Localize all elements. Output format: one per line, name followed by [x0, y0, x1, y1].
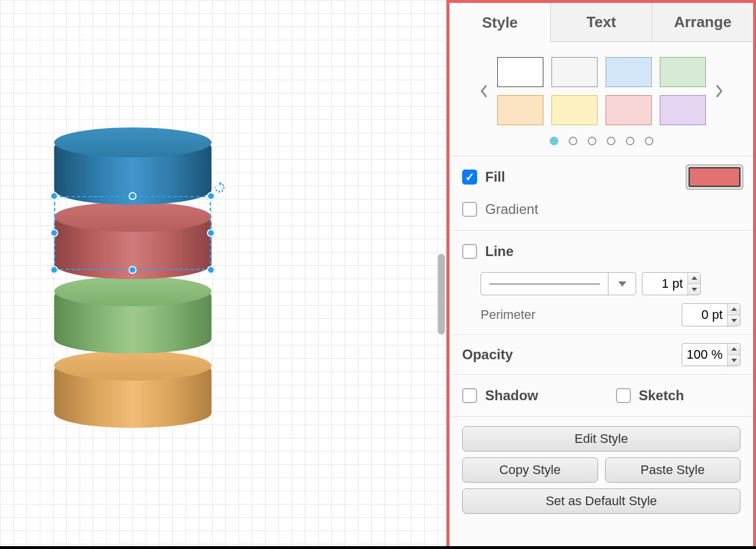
- perimeter-step-up[interactable]: [727, 304, 740, 315]
- line-style-select[interactable]: [481, 272, 636, 295]
- line-checkbox[interactable]: [462, 244, 477, 259]
- line-label: Line: [485, 243, 513, 260]
- perimeter-input[interactable]: [682, 307, 727, 322]
- canvas-area[interactable]: [0, 0, 447, 549]
- fill-section: Fill Gradient: [449, 156, 753, 231]
- rotate-handle[interactable]: [213, 181, 226, 194]
- tab-style[interactable]: Style: [449, 3, 551, 42]
- gradient-checkbox[interactable]: [462, 202, 477, 217]
- selection-rect: [54, 196, 211, 270]
- presets-next-button[interactable]: [713, 84, 725, 98]
- preset-swatch[interactable]: [660, 95, 706, 125]
- fill-label: Fill: [485, 169, 505, 185]
- style-buttons-section: Edit Style Copy Style Paste Style Set as…: [449, 417, 753, 523]
- cylinder-shape-orange[interactable]: [54, 356, 211, 428]
- pager-dot[interactable]: [550, 137, 558, 145]
- preset-swatch[interactable]: [497, 57, 543, 87]
- paste-style-button[interactable]: Paste Style: [605, 457, 741, 483]
- pager-dot[interactable]: [569, 137, 577, 145]
- opacity-section: Opacity: [449, 335, 753, 375]
- tab-arrange[interactable]: Arrange: [652, 3, 753, 42]
- edit-style-button[interactable]: Edit Style: [462, 426, 740, 452]
- perimeter-field[interactable]: [682, 303, 740, 326]
- chevron-right-icon: [715, 84, 724, 98]
- preset-swatch[interactable]: [551, 95, 598, 125]
- chevron-left-icon: [479, 84, 489, 98]
- line-width-field[interactable]: [642, 272, 701, 295]
- sketch-label: Sketch: [639, 388, 685, 404]
- resize-handle-s[interactable]: [128, 266, 137, 274]
- sketch-checkbox[interactable]: [616, 388, 631, 403]
- resize-handle-sw[interactable]: [50, 266, 58, 274]
- line-width-step-up[interactable]: [687, 273, 700, 284]
- fill-checkbox[interactable]: [462, 170, 477, 185]
- perimeter-step-down[interactable]: [727, 315, 740, 326]
- line-style-dropdown-icon: [608, 273, 636, 295]
- pager-dot[interactable]: [645, 137, 653, 145]
- opacity-step-up[interactable]: [727, 344, 740, 355]
- line-section: Line Perimeter: [449, 231, 753, 335]
- shadow-label: Shadow: [485, 388, 538, 404]
- fill-color-swatch[interactable]: [689, 167, 740, 187]
- style-presets-section: [449, 42, 753, 156]
- shadow-sketch-section: Shadow Sketch: [449, 375, 753, 417]
- presets-prev-button[interactable]: [478, 84, 490, 98]
- opacity-field[interactable]: [682, 343, 740, 366]
- resize-handle-nw[interactable]: [50, 192, 58, 200]
- perimeter-label: Perimeter: [481, 307, 676, 322]
- opacity-label: Opacity: [462, 347, 682, 363]
- pager-dot[interactable]: [626, 137, 634, 145]
- tab-text[interactable]: Text: [551, 3, 652, 42]
- resize-handle-se[interactable]: [207, 266, 215, 274]
- bottom-bar: [0, 546, 756, 549]
- resize-handle-e[interactable]: [207, 229, 215, 237]
- panel-tabs: Style Text Arrange: [449, 3, 753, 42]
- resize-handle-w[interactable]: [50, 229, 58, 237]
- opacity-input[interactable]: [682, 347, 727, 362]
- copy-style-button[interactable]: Copy Style: [462, 457, 598, 483]
- vertical-scrollbar[interactable]: [438, 254, 445, 334]
- pager-dot[interactable]: [607, 137, 615, 145]
- set-default-style-button[interactable]: Set as Default Style: [462, 488, 740, 514]
- shape-stack: [54, 133, 211, 428]
- preset-swatch[interactable]: [497, 95, 543, 125]
- gradient-label: Gradient: [485, 201, 538, 217]
- opacity-step-down[interactable]: [727, 355, 740, 366]
- preset-swatch-grid: [497, 57, 706, 125]
- shadow-checkbox[interactable]: [462, 388, 477, 403]
- cylinder-shape-green[interactable]: [54, 281, 211, 354]
- line-width-step-down[interactable]: [687, 284, 700, 295]
- preset-swatch[interactable]: [606, 57, 652, 87]
- presets-pager: [460, 137, 743, 145]
- line-style-preview: [481, 273, 608, 295]
- preset-swatch[interactable]: [660, 57, 706, 87]
- line-width-input[interactable]: [642, 276, 687, 291]
- format-panel: Style Text Arrange Fill Gradient: [447, 0, 756, 549]
- selection-box: [52, 194, 213, 272]
- resize-handle-n[interactable]: [128, 192, 137, 200]
- pager-dot[interactable]: [588, 137, 596, 145]
- preset-swatch[interactable]: [606, 95, 652, 125]
- preset-swatch[interactable]: [551, 57, 598, 87]
